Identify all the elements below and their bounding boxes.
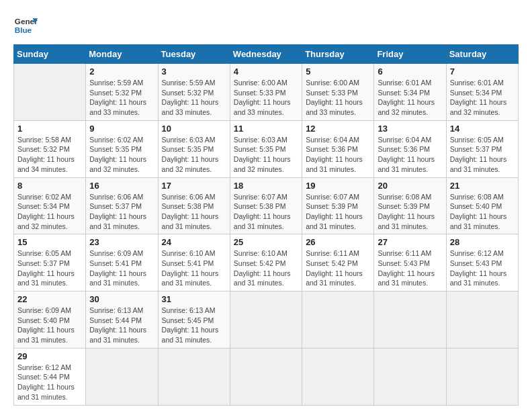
day-number: 29 [17, 351, 82, 361]
day-number: 31 [162, 294, 226, 304]
calendar-cell: 10Sunrise: 6:03 AMSunset: 5:35 PMDayligh… [158, 120, 230, 177]
calendar-cell: 18Sunrise: 6:07 AMSunset: 5:38 PMDayligh… [230, 177, 302, 234]
empty-cell [374, 291, 446, 349]
day-info: Sunrise: 6:02 AMSunset: 5:35 PMDaylight:… [89, 135, 154, 175]
calendar-cell: 30Sunrise: 6:13 AMSunset: 5:44 PMDayligh… [86, 291, 158, 349]
calendar-cell: 11Sunrise: 6:03 AMSunset: 5:35 PMDayligh… [230, 120, 302, 177]
day-info: Sunrise: 6:13 AMSunset: 5:44 PMDaylight:… [89, 306, 154, 345]
day-number: 15 [17, 237, 82, 247]
calendar-table: SundayMondayTuesdayWednesdayThursdayFrid… [13, 44, 519, 406]
day-number: 21 [450, 181, 515, 191]
day-info: Sunrise: 6:05 AMSunset: 5:37 PMDaylight:… [450, 135, 515, 175]
calendar-cell: 9Sunrise: 6:02 AMSunset: 5:35 PMDaylight… [86, 120, 158, 177]
day-number: 4 [234, 66, 298, 77]
calendar-cell: 2Sunrise: 5:59 AMSunset: 5:32 PMDaylight… [86, 64, 158, 121]
calendar-cell: 7Sunrise: 6:01 AMSunset: 5:34 PMDaylight… [446, 64, 518, 121]
column-header-saturday: Saturday [446, 45, 518, 64]
day-number: 18 [234, 181, 298, 191]
day-number: 16 [89, 181, 154, 191]
calendar-cell: 14Sunrise: 6:05 AMSunset: 5:37 PMDayligh… [446, 120, 518, 177]
day-number: 9 [89, 124, 154, 134]
day-info: Sunrise: 6:12 AMSunset: 5:43 PMDaylight:… [450, 248, 515, 288]
day-number: 13 [378, 124, 442, 134]
day-info: Sunrise: 6:03 AMSunset: 5:35 PMDaylight:… [162, 135, 226, 175]
calendar-row-6: 29Sunrise: 6:12 AMSunset: 5:44 PMDayligh… [14, 348, 519, 405]
empty-cell [230, 348, 302, 405]
empty-cell [446, 348, 518, 405]
column-header-sunday: Sunday [14, 45, 86, 64]
column-header-wednesday: Wednesday [230, 45, 302, 64]
day-info: Sunrise: 6:09 AMSunset: 5:40 PMDaylight:… [17, 306, 82, 345]
day-number: 2 [89, 66, 154, 77]
calendar-cell: 4Sunrise: 6:00 AMSunset: 5:33 PMDaylight… [230, 64, 302, 121]
calendar-cell: 16Sunrise: 6:06 AMSunset: 5:37 PMDayligh… [86, 177, 158, 234]
calendar-cell: 3Sunrise: 5:59 AMSunset: 5:32 PMDaylight… [158, 64, 230, 121]
header-row: SundayMondayTuesdayWednesdayThursdayFrid… [14, 45, 519, 64]
day-number: 28 [450, 237, 515, 247]
calendar-cell: 17Sunrise: 6:06 AMSunset: 5:38 PMDayligh… [158, 177, 230, 234]
day-info: Sunrise: 5:58 AMSunset: 5:32 PMDaylight:… [17, 135, 82, 175]
day-number: 17 [162, 181, 226, 191]
calendar-row-2: 1Sunrise: 5:58 AMSunset: 5:32 PMDaylight… [14, 120, 519, 177]
calendar-row-1: 2Sunrise: 5:59 AMSunset: 5:32 PMDaylight… [14, 64, 519, 121]
day-info: Sunrise: 6:05 AMSunset: 5:37 PMDaylight:… [17, 248, 82, 288]
column-header-friday: Friday [374, 45, 446, 64]
day-number: 10 [162, 124, 226, 134]
column-header-thursday: Thursday [302, 45, 374, 64]
calendar-cell: 27Sunrise: 6:11 AMSunset: 5:43 PMDayligh… [374, 234, 446, 291]
calendar-cell: 8Sunrise: 6:02 AMSunset: 5:34 PMDaylight… [14, 177, 86, 234]
calendar-cell: 19Sunrise: 6:07 AMSunset: 5:39 PMDayligh… [302, 177, 374, 234]
logo-icon: General Blue [13, 13, 38, 38]
logo: General Blue [13, 13, 38, 38]
day-info: Sunrise: 6:11 AMSunset: 5:42 PMDaylight:… [306, 248, 370, 288]
day-number: 11 [234, 124, 298, 134]
calendar-cell: 25Sunrise: 6:10 AMSunset: 5:42 PMDayligh… [230, 234, 302, 291]
day-number: 20 [378, 181, 442, 191]
day-info: Sunrise: 6:10 AMSunset: 5:42 PMDaylight:… [234, 248, 298, 288]
day-info: Sunrise: 6:04 AMSunset: 5:36 PMDaylight:… [306, 135, 370, 175]
column-header-monday: Monday [86, 45, 158, 64]
empty-cell [302, 348, 374, 405]
empty-cell [158, 348, 230, 405]
calendar-cell: 22Sunrise: 6:09 AMSunset: 5:40 PMDayligh… [14, 291, 86, 349]
calendar-cell: 20Sunrise: 6:08 AMSunset: 5:39 PMDayligh… [374, 177, 446, 234]
day-info: Sunrise: 6:08 AMSunset: 5:40 PMDaylight:… [450, 192, 515, 232]
calendar-cell: 28Sunrise: 6:12 AMSunset: 5:43 PMDayligh… [446, 234, 518, 291]
calendar-cell: 5Sunrise: 6:00 AMSunset: 5:33 PMDaylight… [302, 64, 374, 121]
day-info: Sunrise: 6:07 AMSunset: 5:38 PMDaylight:… [234, 192, 298, 232]
day-number: 30 [89, 294, 154, 304]
day-info: Sunrise: 6:01 AMSunset: 5:34 PMDaylight:… [450, 78, 515, 118]
day-info: Sunrise: 6:02 AMSunset: 5:34 PMDaylight:… [17, 192, 82, 232]
day-number: 3 [162, 66, 226, 77]
calendar-cell: 13Sunrise: 6:04 AMSunset: 5:36 PMDayligh… [374, 120, 446, 177]
empty-cell [230, 291, 302, 349]
day-number: 1 [17, 124, 82, 134]
day-info: Sunrise: 6:11 AMSunset: 5:43 PMDaylight:… [378, 248, 442, 288]
calendar-row-4: 15Sunrise: 6:05 AMSunset: 5:37 PMDayligh… [14, 234, 519, 291]
calendar-cell: 31Sunrise: 6:13 AMSunset: 5:45 PMDayligh… [158, 291, 230, 349]
empty-cell [302, 291, 374, 349]
day-info: Sunrise: 6:06 AMSunset: 5:38 PMDaylight:… [162, 192, 226, 232]
day-number: 23 [89, 237, 154, 247]
day-info: Sunrise: 5:59 AMSunset: 5:32 PMDaylight:… [89, 78, 154, 118]
calendar-cell: 26Sunrise: 6:11 AMSunset: 5:42 PMDayligh… [302, 234, 374, 291]
day-number: 5 [306, 66, 370, 77]
day-info: Sunrise: 6:08 AMSunset: 5:39 PMDaylight:… [378, 192, 442, 232]
day-info: Sunrise: 6:09 AMSunset: 5:41 PMDaylight:… [89, 248, 154, 288]
day-info: Sunrise: 5:59 AMSunset: 5:32 PMDaylight:… [162, 78, 226, 118]
calendar-cell: 21Sunrise: 6:08 AMSunset: 5:40 PMDayligh… [446, 177, 518, 234]
calendar-cell: 15Sunrise: 6:05 AMSunset: 5:37 PMDayligh… [14, 234, 86, 291]
day-number: 19 [306, 181, 370, 191]
day-info: Sunrise: 6:13 AMSunset: 5:45 PMDaylight:… [162, 306, 226, 345]
day-info: Sunrise: 6:10 AMSunset: 5:41 PMDaylight:… [162, 248, 226, 288]
day-number: 25 [234, 237, 298, 247]
day-number: 12 [306, 124, 370, 134]
day-info: Sunrise: 6:12 AMSunset: 5:44 PMDaylight:… [17, 363, 82, 402]
day-number: 26 [306, 237, 370, 247]
day-number: 27 [378, 237, 442, 247]
day-number: 14 [450, 124, 515, 134]
day-info: Sunrise: 6:06 AMSunset: 5:37 PMDaylight:… [89, 192, 154, 232]
day-number: 7 [450, 66, 515, 77]
day-info: Sunrise: 6:03 AMSunset: 5:35 PMDaylight:… [234, 135, 298, 175]
empty-cell [14, 64, 86, 121]
